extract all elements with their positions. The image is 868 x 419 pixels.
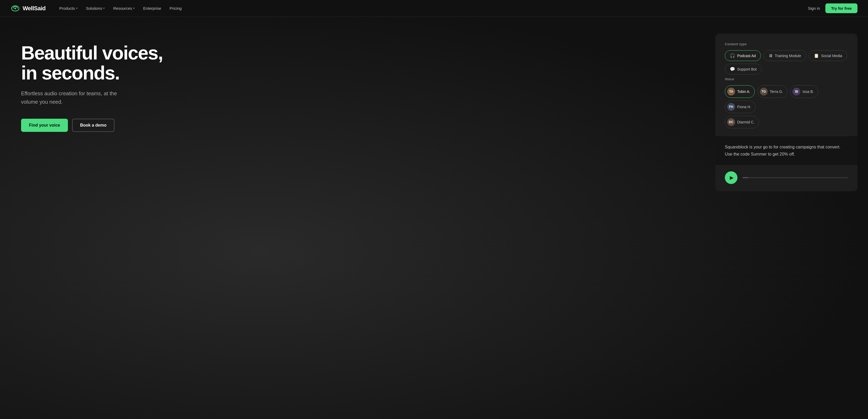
- wellsaid-logo-icon: [10, 5, 20, 12]
- nav-item-resources[interactable]: Resources ▾: [110, 4, 138, 12]
- voice-chip-fiona[interactable]: FH Fiona H.: [725, 100, 755, 113]
- voice-chip-diarmid[interactable]: DC Diarmid C.: [725, 116, 759, 128]
- content-type-chips-row2: 💬 Support Bot: [725, 64, 848, 74]
- voice-chips-row2: DC Diarmid C.: [725, 116, 848, 128]
- chevron-down-icon: ▾: [76, 7, 78, 10]
- nav-items: Products ▾ Solutions ▾ Resources ▾ Enter…: [56, 4, 185, 12]
- nav-item-enterprise[interactable]: Enterprise: [140, 4, 164, 12]
- voice-chip-tobin[interactable]: TA Tobin A.: [725, 85, 755, 98]
- logo[interactable]: WellSaid: [10, 5, 45, 12]
- promo-text: Squareblock is your go to for creating c…: [725, 144, 848, 158]
- chevron-down-icon: ▾: [103, 7, 105, 10]
- svg-point-0: [14, 8, 16, 9]
- try-free-button[interactable]: Try for free: [825, 3, 858, 13]
- hero-buttons: Find your voice Book a demo: [21, 119, 694, 132]
- avatar-diarmid: DC: [727, 118, 735, 126]
- hero-widget-panel: Content type 🎧 Podcast Ad 🖥 Training Mod…: [710, 17, 868, 202]
- nav-right: Sign in Try for free: [808, 3, 858, 13]
- content-type-label: Content type: [725, 42, 848, 46]
- navbar: WellSaid Products ▾ Solutions ▾ Resource…: [0, 0, 868, 17]
- chip-social-media[interactable]: 📋 Social Media: [809, 50, 847, 61]
- content-type-chips: 🎧 Podcast Ad 🖥 Training Module 📋 Social …: [725, 50, 848, 61]
- content-type-section: Content type 🎧 Podcast Ad 🖥 Training Mod…: [715, 34, 858, 74]
- hero-section: Beautiful voices,in seconds. Effortless …: [0, 0, 868, 419]
- nav-item-products[interactable]: Products ▾: [56, 4, 81, 12]
- book-a-demo-button[interactable]: Book a demo: [72, 119, 114, 132]
- chat-icon: 💬: [730, 67, 735, 71]
- chip-training-module[interactable]: 🖥 Training Module: [764, 50, 806, 61]
- voice-chip-issa[interactable]: IB Issa B.: [790, 85, 818, 98]
- progress-fill: [743, 177, 748, 178]
- progress-bar[interactable]: [743, 177, 848, 178]
- avatar-issa: IB: [793, 88, 800, 95]
- logo-text: WellSaid: [23, 5, 45, 12]
- promo-block: Squareblock is your go to for creating c…: [715, 136, 858, 165]
- voice-chip-terra[interactable]: TG Terra G.: [757, 85, 788, 98]
- hero-title: Beautiful voices,in seconds.: [21, 43, 694, 83]
- find-your-voice-button[interactable]: Find your voice: [21, 119, 68, 132]
- chip-podcast-ad[interactable]: 🎧 Podcast Ad: [725, 50, 761, 61]
- voice-chips-row1: TA Tobin A. TG Terra G. IB Issa B. FH Fi…: [725, 85, 848, 113]
- hero-subtitle: Effortless audio creation for teams, at …: [21, 89, 132, 106]
- main-widget-card: Content type 🎧 Podcast Ad 🖥 Training Mod…: [715, 34, 858, 191]
- hero-content-left: Beautiful voices,in seconds. Effortless …: [0, 17, 710, 148]
- monitor-icon: 🖥: [769, 53, 773, 58]
- social-icon: 📋: [814, 53, 819, 58]
- play-button[interactable]: ▶: [725, 171, 738, 184]
- nav-item-pricing[interactable]: Pricing: [166, 4, 185, 12]
- play-icon: ▶: [730, 175, 734, 181]
- chip-support-bot[interactable]: 💬 Support Bot: [725, 64, 762, 74]
- sign-in-link[interactable]: Sign in: [808, 6, 820, 10]
- navbar-left: WellSaid Products ▾ Solutions ▾ Resource…: [10, 4, 185, 12]
- chevron-down-icon: ▾: [133, 7, 135, 10]
- headphones-icon: 🎧: [730, 53, 735, 58]
- avatar-tobin: TA: [727, 88, 735, 95]
- avatar-terra: TG: [760, 88, 768, 95]
- nav-item-solutions[interactable]: Solutions ▾: [83, 4, 108, 12]
- voice-section: Voice TA Tobin A. TG Terra G. IB Issa B.: [715, 77, 858, 136]
- voice-label: Voice: [725, 77, 848, 81]
- avatar-fiona: FH: [727, 103, 735, 111]
- audio-player: ▶: [715, 165, 858, 191]
